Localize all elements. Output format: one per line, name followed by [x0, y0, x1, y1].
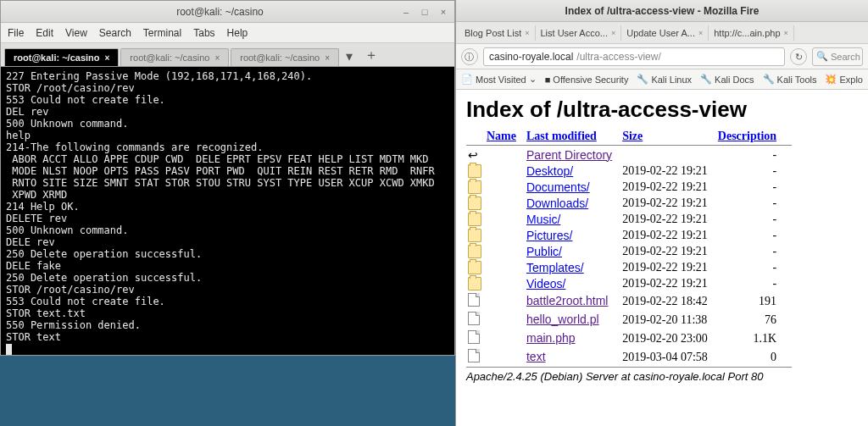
terminal-title: root@kali: ~/casino	[40, 6, 400, 18]
terminal-output[interactable]: 227 Entering Passive Mode (192,168,171,4…	[1, 67, 454, 355]
listing-row: Documents/2019-02-22 19:21-	[466, 180, 792, 196]
minimize-button[interactable]: –	[400, 6, 412, 18]
column-header-name[interactable]: Name	[466, 128, 521, 146]
bookmark-item[interactable]: 🔧Kali Linux	[637, 74, 692, 85]
bookmark-item[interactable]: ■Offensive Security	[545, 75, 629, 85]
menu-file[interactable]: File	[8, 27, 24, 39]
folder-icon	[468, 213, 481, 226]
terminal-tab[interactable]: root@kali: ~/casino×	[4, 48, 119, 66]
back-icon	[468, 148, 481, 162]
bookmark-icon: ■	[545, 75, 551, 85]
terminal-tabbar: root@kali: ~/casino×root@kali: ~/casino×…	[1, 43, 454, 67]
new-tab-button[interactable]: ＋	[359, 45, 383, 66]
menu-help[interactable]: Help	[227, 27, 248, 39]
bookmarks-bar: 📄Most Visited⌄■Offensive Security🔧Kali L…	[456, 69, 868, 90]
tab-close-icon[interactable]: ×	[784, 29, 788, 37]
page-heading: Index of /ultra-access-view	[466, 97, 858, 123]
column-header-last-modified[interactable]: Last modified	[521, 128, 617, 146]
listing-link[interactable]: Pictures/	[526, 229, 572, 242]
browser-titlebar: Index of /ultra-access-view - Mozilla Fi…	[456, 0, 868, 22]
listing-row: text2019-03-04 07:580	[466, 348, 792, 368]
terminal-menubar: FileEditViewSearchTerminalTabsHelp	[1, 23, 454, 43]
menu-search[interactable]: Search	[99, 27, 131, 39]
tab-close-icon[interactable]: ×	[105, 53, 110, 63]
menu-terminal[interactable]: Terminal	[143, 27, 181, 39]
browser-window: Index of /ultra-access-view - Mozilla Fi…	[455, 0, 868, 426]
listing-link[interactable]: Parent Directory	[526, 148, 612, 162]
listing-row: Templates/2019-02-22 19:21-	[466, 260, 792, 276]
bookmark-icon: 🔧	[637, 74, 648, 85]
reload-button[interactable]: ↻	[790, 48, 807, 65]
column-header-size[interactable]: Size	[617, 128, 713, 146]
terminal-tab[interactable]: root@kali: ~/casino×	[120, 48, 229, 66]
listing-link[interactable]: Videos/	[526, 277, 565, 290]
menu-tabs[interactable]: Tabs	[193, 27, 214, 39]
bookmark-icon: 💥	[825, 74, 837, 85]
cursor	[6, 344, 12, 355]
listing-link[interactable]: Downloads/	[526, 196, 588, 210]
browser-title: Index of /ultra-access-view - Mozilla Fi…	[565, 5, 760, 17]
listing-row: Pictures/2019-02-22 19:21-	[466, 228, 792, 244]
tab-close-icon[interactable]: ×	[698, 29, 703, 37]
bookmark-item[interactable]: 🔧Kali Docs	[700, 74, 754, 85]
listing-row: Parent Directory-	[466, 147, 792, 163]
terminal-tab[interactable]: root@kali: ~/casino×	[231, 48, 339, 66]
maximize-button[interactable]: □	[419, 6, 431, 18]
url-input[interactable]: casino-royale.local/ultra-access-view/	[483, 47, 785, 66]
folder-icon	[468, 164, 481, 178]
browser-tab[interactable]: http://c...ain.php×	[709, 25, 794, 41]
search-input[interactable]: 🔍 Search	[812, 47, 863, 66]
menu-view[interactable]: View	[65, 27, 87, 39]
listing-row: Downloads/2019-02-22 19:21-	[466, 196, 792, 212]
listing-link[interactable]: Public/	[526, 245, 562, 258]
folder-icon	[468, 245, 481, 258]
menu-edit[interactable]: Edit	[36, 27, 53, 39]
bookmark-icon: 🔧	[700, 74, 712, 85]
listing-link[interactable]: Desktop/	[526, 164, 573, 178]
browser-tab[interactable]: List User Acco...×	[536, 25, 622, 41]
listing-row: Public/2019-02-22 19:21-	[466, 244, 792, 260]
directory-listing: NameLast modifiedSizeDescription Parent …	[466, 128, 792, 368]
listing-link[interactable]: battle2root.html	[526, 294, 609, 307]
folder-icon	[468, 180, 481, 194]
close-button[interactable]: ×	[437, 6, 449, 18]
bookmark-item[interactable]: 💥Explo	[825, 74, 863, 85]
bookmark-icon: 🔧	[763, 74, 775, 85]
listing-row: Desktop/2019-02-22 19:21-	[466, 163, 792, 180]
listing-row: Music/2019-02-22 19:21-	[466, 212, 792, 228]
tab-close-icon[interactable]: ×	[525, 29, 529, 37]
url-path: /ultra-access-view/	[576, 51, 660, 63]
bookmark-item[interactable]: 🔧Kali Tools	[763, 74, 817, 85]
listing-link[interactable]: main.php	[526, 331, 576, 345]
bookmark-item[interactable]: 📄Most Visited⌄	[461, 74, 537, 85]
listing-link[interactable]: Templates/	[526, 261, 584, 274]
tab-menu-icon[interactable]: ▾	[341, 47, 358, 66]
file-icon	[468, 312, 480, 325]
browser-tab[interactable]: Update User A...×	[621, 25, 709, 41]
server-footer: Apache/2.4.25 (Debian) Server at casino-…	[466, 370, 858, 383]
browser-tab[interactable]: Blog Post List×	[459, 25, 536, 41]
listing-link[interactable]: hello_world.pl	[526, 313, 599, 326]
browser-tabbar: Blog Post List×List User Acco...×Update …	[456, 22, 868, 44]
folder-icon	[468, 277, 481, 290]
listing-row: battle2root.html2019-02-22 18:42191	[466, 292, 792, 311]
bookmark-icon: 📄	[461, 74, 473, 85]
folder-icon	[468, 229, 481, 242]
folder-icon	[468, 261, 481, 274]
listing-link[interactable]: Music/	[526, 213, 560, 226]
listing-link[interactable]: text	[526, 350, 546, 363]
url-host: casino-royale.local	[489, 51, 573, 63]
tab-close-icon[interactable]: ×	[611, 29, 615, 37]
file-icon	[468, 349, 480, 362]
tab-close-icon[interactable]: ×	[214, 53, 220, 63]
listing-row: Videos/2019-02-22 19:21-	[466, 276, 792, 292]
identity-icon[interactable]: ⓘ	[461, 48, 478, 65]
column-header-description[interactable]: Description	[713, 128, 782, 146]
file-icon	[468, 293, 480, 307]
tab-close-icon[interactable]: ×	[325, 53, 330, 63]
listing-link[interactable]: Documents/	[526, 180, 590, 194]
page-content: Index of /ultra-access-view NameLast mod…	[456, 90, 868, 426]
chevron-down-icon: ⌄	[529, 74, 537, 85]
search-icon: 🔍	[816, 51, 828, 62]
file-icon	[468, 330, 480, 344]
